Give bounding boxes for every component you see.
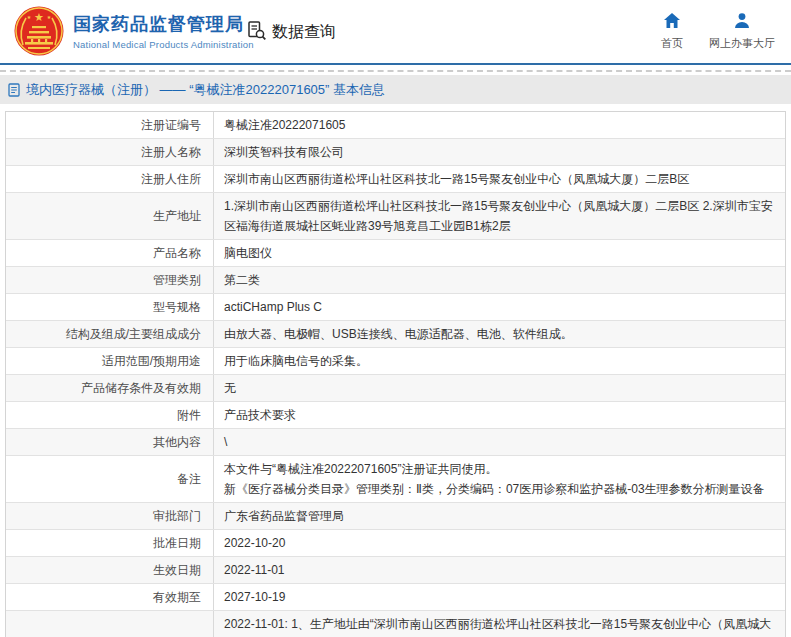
row-label: 变更情况: [6, 611, 214, 637]
row-label: 适用范围/预期用途: [6, 348, 214, 374]
row-certificate-number: 注册证编号 粤械注准20222071605: [6, 112, 785, 139]
row-value: 广东省药品监督管理局: [214, 503, 785, 529]
info-table: 注册证编号 粤械注准20222071605 注册人名称 深圳英智科技有限公司 注…: [5, 111, 786, 637]
row-label: 产品名称: [6, 240, 214, 266]
dashed-divider: [0, 70, 791, 72]
row-label: 结构及组成/主要组成成分: [6, 321, 214, 347]
row-registrant-address: 注册人住所 深圳市南山区西丽街道松坪山社区科技北一路15号聚友创业中心（凤凰城大…: [6, 166, 785, 193]
row-value: 第二类: [214, 267, 785, 293]
nav-home-label: 首页: [661, 36, 683, 51]
row-value: 产品技术要求: [214, 402, 785, 428]
row-label: 审批部门: [6, 503, 214, 529]
site-title: 国家药品监督管理局: [73, 12, 254, 36]
row-value: 深圳英智科技有限公司: [214, 139, 785, 165]
user-icon: [733, 12, 751, 33]
row-effective-date: 生效日期 2022-11-01: [6, 557, 785, 584]
row-label: 批准日期: [6, 530, 214, 556]
top-nav: 首页 网上办事大厅: [661, 12, 775, 51]
row-label: 生产地址: [6, 193, 214, 239]
row-value: \: [214, 429, 785, 455]
row-value: 2022-10-20: [214, 530, 785, 556]
row-value: 由放大器、电极帽、USB连接线、电源适配器、电池、软件组成。: [214, 321, 785, 347]
row-value: 本文件与“粤械注准20222071605”注册证共同使用。 新《医疗器械分类目录…: [214, 456, 785, 502]
row-change-info: 变更情况 2022-11-01: 1、生产地址由“深圳市南山区西丽街道松坪山社区…: [6, 611, 785, 637]
row-scope-of-use: 适用范围/预期用途 用于临床脑电信号的采集。: [6, 348, 785, 375]
row-approval-date: 批准日期 2022-10-20: [6, 530, 785, 557]
data-query-menu[interactable]: 数据查询: [246, 20, 336, 45]
row-other-content: 其他内容 \: [6, 429, 785, 456]
row-registrant-name: 注册人名称 深圳英智科技有限公司: [6, 139, 785, 166]
row-value: 2022-11-01: [214, 557, 785, 583]
row-label: 有效期至: [6, 584, 214, 610]
site-subtitle: National Medical Products Administration: [73, 39, 254, 50]
row-label: 注册人名称: [6, 139, 214, 165]
header-divider: [0, 63, 791, 65]
data-query-label: 数据查询: [272, 22, 336, 43]
row-value: 用于临床脑电信号的采集。: [214, 348, 785, 374]
row-remarks: 备注 本文件与“粤械注准20222071605”注册证共同使用。 新《医疗器械分…: [6, 456, 785, 503]
row-value: 1.深圳市南山区西丽街道松坪山社区科技北一路15号聚友创业中心（凤凰城大厦）二层…: [214, 193, 785, 239]
row-label: 生效日期: [6, 557, 214, 583]
row-value: actiCHamp Plus C: [214, 294, 785, 320]
row-value: 深圳市南山区西丽街道松坪山社区科技北一路15号聚友创业中心（凤凰城大厦）二层B区: [214, 166, 785, 192]
row-label: 其他内容: [6, 429, 214, 455]
row-value: 2027-10-19: [214, 584, 785, 610]
row-value: 2022-11-01: 1、生产地址由“深圳市南山区西丽街道松坪山社区科技北一路…: [214, 611, 785, 637]
site-header: ★ ★ ★ 国家药品监督管理局 National Medical Product…: [0, 0, 791, 63]
document-icon: [8, 83, 20, 97]
row-label: 注册人住所: [6, 166, 214, 192]
svg-text:★: ★: [47, 14, 52, 20]
row-approval-department: 审批部门 广东省药品监督管理局: [6, 503, 785, 530]
home-icon: [663, 12, 681, 33]
national-emblem-icon: ★ ★ ★: [14, 6, 64, 56]
row-value: 无: [214, 375, 785, 401]
row-model-spec: 型号规格 actiCHamp Plus C: [6, 294, 785, 321]
brand: ★ ★ ★ 国家药品监督管理局 National Medical Product…: [14, 6, 254, 56]
row-label: 备注: [6, 456, 214, 502]
svg-text:★: ★: [34, 11, 44, 23]
row-value: 粤械注准20222071605: [214, 112, 785, 138]
document-search-icon: [246, 20, 267, 45]
row-production-address: 生产地址 1.深圳市南山区西丽街道松坪山社区科技北一路15号聚友创业中心（凤凰城…: [6, 193, 785, 240]
row-storage-validity: 产品储存条件及有效期 无: [6, 375, 785, 402]
row-label: 附件: [6, 402, 214, 428]
nav-hall-label: 网上办事大厅: [709, 36, 775, 51]
row-label: 注册证编号: [6, 112, 214, 138]
row-label: 产品储存条件及有效期: [6, 375, 214, 401]
nav-home[interactable]: 首页: [661, 12, 683, 51]
breadcrumb: 境内医疗器械（注册） —— “粤械注准20222071605” 基本信息: [0, 75, 791, 104]
row-label: 型号规格: [6, 294, 214, 320]
row-valid-until: 有效期至 2027-10-19: [6, 584, 785, 611]
row-label: 管理类别: [6, 267, 214, 293]
brand-text: 国家药品监督管理局 National Medical Products Admi…: [73, 12, 254, 50]
row-structure-composition: 结构及组成/主要组成成分 由放大器、电极帽、USB连接线、电源适配器、电池、软件…: [6, 321, 785, 348]
page-title: 境内医疗器械（注册） —— “粤械注准20222071605” 基本信息: [26, 81, 385, 99]
row-value: 脑电图仪: [214, 240, 785, 266]
row-attachment: 附件 产品技术要求: [6, 402, 785, 429]
row-management-category: 管理类别 第二类: [6, 267, 785, 294]
row-product-name: 产品名称 脑电图仪: [6, 240, 785, 267]
svg-text:★: ★: [27, 14, 32, 20]
nav-service-hall[interactable]: 网上办事大厅: [709, 12, 775, 51]
